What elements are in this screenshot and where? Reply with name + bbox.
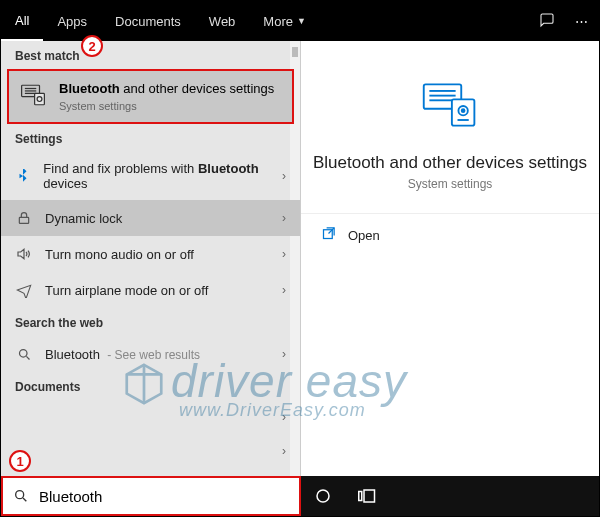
settings-item-label: Turn mono audio on or off	[45, 247, 194, 262]
settings-app-icon	[19, 81, 47, 109]
settings-item-label: Find and fix problems with Bluetooth dev…	[43, 161, 282, 191]
lock-icon	[15, 209, 33, 227]
best-match-header: Best match	[1, 41, 300, 69]
svg-marker-10	[18, 249, 24, 258]
bluetooth-icon	[15, 167, 31, 185]
settings-item-airplane[interactable]: Turn airplane mode on or off ›	[1, 272, 300, 308]
document-item[interactable]: ›	[1, 400, 300, 434]
airplane-icon	[15, 281, 33, 299]
svg-rect-7	[35, 93, 45, 104]
speaker-icon	[15, 245, 33, 263]
search-input[interactable]	[39, 488, 289, 505]
svg-rect-27	[364, 490, 375, 502]
best-match-title: Bluetooth and other devices settings	[59, 81, 274, 96]
documents-header: Documents	[1, 372, 300, 400]
chevron-right-icon: ›	[282, 211, 286, 225]
preview-panel: Bluetooth and other devices settings Sys…	[301, 41, 599, 476]
chevron-right-icon: ›	[282, 444, 286, 458]
best-match-subtitle: System settings	[59, 100, 274, 112]
svg-point-23	[16, 491, 24, 499]
search-web-header: Search the web	[1, 308, 300, 336]
chevron-right-icon: ›	[282, 410, 286, 424]
preview-title: Bluetooth and other devices settings	[313, 153, 587, 173]
search-web-item[interactable]: Bluetooth - See web results ›	[1, 336, 300, 372]
search-web-label: Bluetooth - See web results	[45, 347, 200, 362]
chevron-right-icon: ›	[282, 247, 286, 261]
svg-line-24	[23, 498, 26, 501]
svg-point-19	[462, 109, 465, 112]
svg-line-12	[26, 356, 29, 359]
search-icon	[15, 345, 33, 363]
open-label: Open	[348, 228, 380, 243]
svg-point-11	[19, 349, 27, 357]
settings-item-label: Turn airplane mode on or off	[45, 283, 208, 298]
preview-app-icon	[420, 79, 480, 135]
svg-point-25	[317, 490, 329, 502]
settings-item-dynamic-lock[interactable]: Dynamic lock ›	[1, 200, 300, 236]
feedback-icon[interactable]	[537, 12, 557, 31]
svg-line-22	[329, 228, 335, 234]
settings-item-troubleshoot[interactable]: Find and fix problems with Bluetooth dev…	[1, 152, 300, 200]
results-panel: Best match Bluetooth and other devices s…	[1, 41, 301, 476]
chevron-right-icon: ›	[282, 283, 286, 297]
tab-all[interactable]: All	[1, 1, 43, 41]
tab-more[interactable]: More▼	[249, 1, 320, 41]
search-icon	[13, 488, 29, 504]
cortana-icon[interactable]	[301, 487, 345, 505]
annotation-2: 2	[81, 35, 103, 57]
more-options-icon[interactable]: ⋯	[571, 14, 591, 29]
settings-item-label: Dynamic lock	[45, 211, 122, 226]
chevron-down-icon: ▼	[297, 16, 306, 26]
document-item[interactable]: ›	[1, 434, 300, 468]
task-view-icon[interactable]	[345, 489, 389, 503]
tab-documents[interactable]: Documents	[101, 1, 195, 41]
open-action[interactable]: Open	[301, 214, 599, 256]
open-icon	[321, 226, 336, 244]
preview-subtitle: System settings	[408, 177, 493, 191]
best-match-result[interactable]: Bluetooth and other devices settings Sys…	[7, 69, 294, 124]
settings-header: Settings	[1, 124, 300, 152]
settings-item-mono-audio[interactable]: Turn mono audio on or off ›	[1, 236, 300, 272]
svg-rect-9	[19, 217, 28, 223]
svg-rect-26	[359, 492, 362, 501]
chevron-right-icon: ›	[282, 169, 286, 183]
taskbar-search[interactable]	[1, 476, 301, 516]
annotation-1: 1	[9, 450, 31, 472]
tab-web[interactable]: Web	[195, 1, 250, 41]
chevron-right-icon: ›	[282, 347, 286, 361]
taskbar	[1, 476, 599, 516]
